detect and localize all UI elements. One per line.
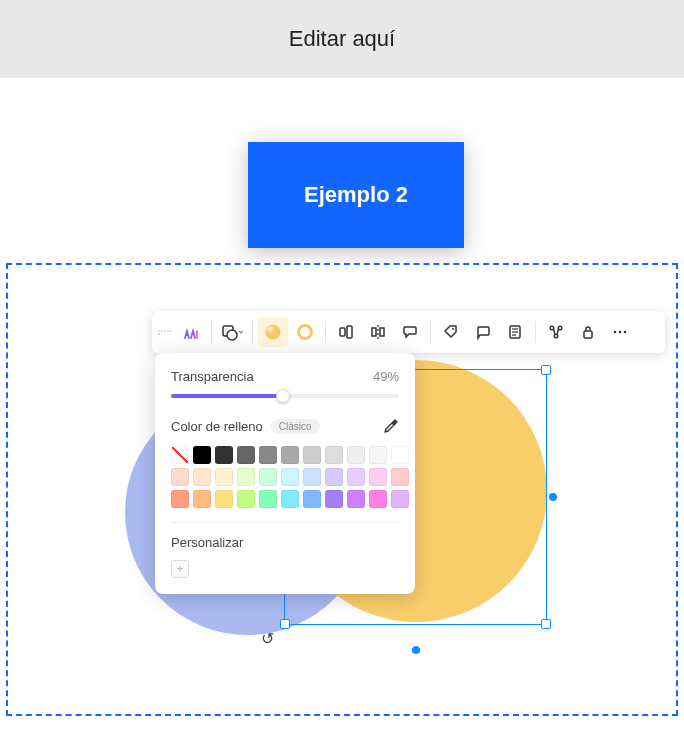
swatch-color[interactable]	[281, 468, 299, 486]
toolbar-separator	[252, 321, 253, 343]
toolbar-separator	[535, 321, 536, 343]
svg-point-20	[624, 331, 627, 334]
toolbar-separator	[430, 321, 431, 343]
resize-handle-bottom-right[interactable]	[541, 619, 551, 629]
swatch-color[interactable]	[171, 490, 189, 508]
svg-point-3	[266, 325, 281, 340]
comment-icon[interactable]	[468, 317, 498, 347]
swatch-color[interactable]	[325, 446, 343, 464]
flip-horizontal-icon[interactable]	[363, 317, 393, 347]
swatch-color[interactable]	[325, 490, 343, 508]
toolbar-separator	[211, 321, 212, 343]
fill-color-icon[interactable]	[258, 317, 288, 347]
swatch-color[interactable]	[369, 468, 387, 486]
ai-icon[interactable]	[176, 317, 206, 347]
resize-handle-mid-bottom[interactable]	[412, 646, 420, 654]
swatch-color[interactable]	[237, 490, 255, 508]
rotate-handle-icon[interactable]: ↺	[261, 629, 274, 648]
panel-divider	[171, 522, 399, 523]
more-icon[interactable]	[605, 317, 635, 347]
example-box-label: Ejemplo 2	[304, 182, 408, 208]
header-bar: Editar aquí	[0, 0, 684, 78]
tag-icon[interactable]	[436, 317, 466, 347]
header-title: Editar aquí	[289, 26, 395, 52]
swatch-color[interactable]	[303, 490, 321, 508]
transparency-value: 49%	[373, 369, 399, 384]
transparency-label: Transparencia	[171, 369, 254, 384]
swatch-color[interactable]	[325, 468, 343, 486]
transparency-slider[interactable]	[171, 394, 399, 398]
resize-handle-mid-right[interactable]	[549, 493, 557, 501]
swatch-color[interactable]	[347, 490, 365, 508]
svg-rect-5	[340, 328, 345, 336]
swatch-color[interactable]	[303, 468, 321, 486]
customize-label: Personalizar	[171, 535, 399, 550]
resize-handle-top-right[interactable]	[541, 365, 551, 375]
stroke-color-icon[interactable]	[290, 317, 320, 347]
swatch-color[interactable]	[347, 468, 365, 486]
classic-pill[interactable]: Clásico	[271, 419, 320, 434]
fill-color-label: Color de relleno	[171, 419, 263, 434]
svg-point-7	[452, 328, 454, 330]
floating-toolbar	[152, 311, 665, 353]
shape-dropdown-icon[interactable]	[217, 317, 247, 347]
swatch-color[interactable]	[259, 468, 277, 486]
swatch-color[interactable]	[391, 490, 409, 508]
swatch-color[interactable]	[281, 490, 299, 508]
swatch-color[interactable]	[259, 446, 277, 464]
swatch-color[interactable]	[347, 446, 365, 464]
svg-point-19	[619, 331, 622, 334]
swatch-color[interactable]	[193, 446, 211, 464]
swatch-color[interactable]	[193, 468, 211, 486]
toolbar-separator	[325, 321, 326, 343]
svg-rect-17	[584, 331, 592, 338]
swatch-color[interactable]	[215, 446, 233, 464]
svg-point-14	[554, 334, 558, 338]
swatch-color[interactable]	[215, 468, 233, 486]
svg-rect-6	[347, 326, 352, 338]
svg-line-15	[554, 329, 556, 335]
swatch-color[interactable]	[215, 490, 233, 508]
swatch-no-fill[interactable]	[171, 446, 189, 464]
eyedropper-icon[interactable]	[383, 418, 399, 434]
swatch-color[interactable]	[369, 446, 387, 464]
speech-bubble-icon[interactable]	[395, 317, 425, 347]
color-fill-panel: Transparencia 49% Color de relleno Clási…	[155, 353, 415, 594]
lock-icon[interactable]	[573, 317, 603, 347]
swatch-color[interactable]	[369, 490, 387, 508]
align-horizontal-icon[interactable]	[331, 317, 361, 347]
swatch-color[interactable]	[193, 490, 211, 508]
swatch-color[interactable]	[237, 446, 255, 464]
add-custom-color-button[interactable]: +	[171, 560, 189, 578]
swatch-color[interactable]	[237, 468, 255, 486]
example-box[interactable]: Ejemplo 2	[248, 142, 464, 248]
slider-thumb[interactable]	[276, 389, 290, 403]
swatch-color[interactable]	[171, 468, 189, 486]
link-icon[interactable]	[541, 317, 571, 347]
svg-point-1	[227, 330, 237, 340]
svg-line-16	[557, 329, 559, 335]
svg-point-18	[614, 331, 617, 334]
swatch-color[interactable]	[281, 446, 299, 464]
svg-point-4	[299, 326, 312, 339]
note-icon[interactable]	[500, 317, 530, 347]
resize-handle-bottom-left[interactable]	[280, 619, 290, 629]
slider-fill	[171, 394, 283, 398]
swatch-color[interactable]	[391, 468, 409, 486]
toolbar-drag-handle[interactable]	[158, 330, 172, 335]
swatch-color[interactable]	[303, 446, 321, 464]
swatch-grid	[171, 446, 399, 508]
swatch-color[interactable]	[391, 446, 409, 464]
swatch-color[interactable]	[259, 490, 277, 508]
